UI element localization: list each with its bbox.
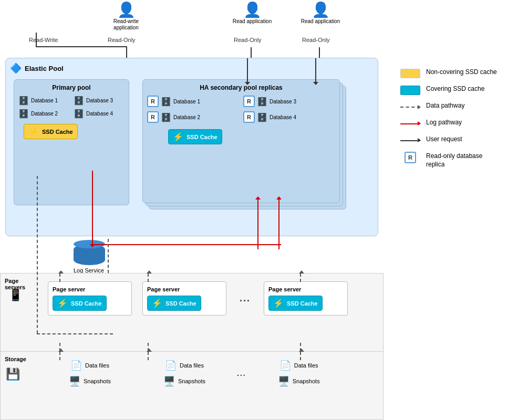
cylinder-shape — [74, 244, 105, 265]
storage-dots: ... — [237, 369, 246, 377]
ha-r1: R — [147, 96, 159, 107]
log-pathway-arrow — [400, 123, 420, 124]
snapshots-3: 🖥️ Snapshots — [278, 375, 320, 387]
legend: Non-covering SSD cache Covering SSD cach… — [392, 63, 518, 180]
legend-symbol-data-pathway — [400, 102, 421, 112]
ps3-ssd: ⚡ SSD Cache — [268, 296, 323, 311]
data-files-icon-1: 📄 — [70, 360, 82, 371]
ps2-title: Page server — [147, 286, 222, 292]
primary-pool-title: Primary pool — [18, 84, 125, 91]
ha-db1: R 🗄️ Database 1 — [147, 96, 239, 107]
data-files-2: 📄 Data files — [165, 360, 204, 371]
snapshots-icon-2: 🖥️ — [163, 375, 175, 387]
storage-col-2: 📄 Data files 🖥️ Snapshots — [142, 360, 226, 387]
legend-label-non-covering: Non-covering SSD cache — [426, 68, 497, 77]
legend-label-log-pathway: Log pathway — [426, 119, 462, 127]
primary-pool: Primary pool 🗄️ Database 1 🗄️ Database 3… — [14, 79, 129, 205]
ha-db4: R 🗄️ Database 4 — [243, 111, 335, 123]
dashed-up-s1 — [59, 352, 60, 360]
ps1-ssd: ⚡ SSD Cache — [53, 296, 107, 311]
elastic-pool-title: 🔷 Elastic Pool — [10, 62, 374, 74]
ha-ssd-cache: ⚡ SSD Cache — [168, 129, 222, 144]
db3-icon: 🗄️ — [74, 96, 84, 106]
legend-item-non-covering: Non-covering SSD cache — [400, 68, 510, 79]
legend-label-readonly: Read-only databasereplica — [426, 152, 482, 169]
dashed-up-s3 — [300, 352, 301, 360]
red-arrow-log-to-ha2 — [278, 200, 279, 249]
page-servers-boxes: Page server ⚡ SSD Cache Page server ⚡ SS… — [48, 281, 348, 316]
db2: 🗄️ Database 2 — [18, 109, 69, 119]
storage-icon: 💾 — [6, 368, 20, 381]
ps1-ssd-label: SSD Cache — [71, 300, 102, 307]
snapshots-icon-3: 🖥️ — [278, 375, 289, 387]
ha-pool-title: HA secondary pool replicas — [147, 84, 335, 91]
data-files-icon-2: 📄 — [165, 360, 177, 371]
ps-dots: ... — [237, 293, 253, 304]
data-files-label-3: Data files — [294, 362, 318, 369]
dashed-up-ps1 — [59, 274, 60, 282]
arrow-r2-into-ha — [315, 58, 316, 82]
read-app1-label: Read application — [231, 18, 273, 25]
storage-items: 📄 Data files 🖥️ Snapshots 📄 Data files 🖥… — [48, 360, 341, 387]
primary-ssd-cache: ⚡ SSD Cache — [24, 124, 78, 139]
dashed-up-ps3 — [300, 274, 301, 282]
elastic-pool: 🔷 Elastic Pool Primary pool 🗄️ Database … — [5, 58, 378, 236]
storage-label: Storage — [5, 356, 26, 362]
page-server-2: Page server ⚡ SSD Cache — [142, 281, 226, 316]
data-files-3: 📄 Data files — [279, 360, 318, 371]
storage-col-3: 📄 Data files 🖥️ Snapshots — [257, 360, 341, 387]
legend-symbol-readonly: R — [400, 152, 421, 163]
ha-db-grid: R 🗄️ Database 1 R 🗄️ Database 3 R 🗄️ Dat… — [147, 96, 335, 125]
read-app2-person: 👤 Read application — [299, 3, 341, 25]
red-arrow-log-to-ha1 — [257, 200, 258, 249]
ha-r4: R — [243, 111, 255, 123]
r-badge-legend: R — [405, 152, 416, 163]
legend-symbol-covering — [400, 85, 421, 96]
db4-icon: 🗄️ — [74, 109, 84, 119]
db4: 🗄️ Database 4 — [74, 109, 125, 119]
data-files-label-2: Data files — [180, 362, 204, 369]
person-icon-rw: 👤 — [105, 3, 147, 17]
lightning-ha: ⚡ — [173, 132, 183, 142]
elastic-pool-icon: 🔷 — [10, 62, 22, 74]
ha-db4-icon: 🗄️ — [257, 112, 267, 122]
ha-db1-icon: 🗄️ — [161, 97, 171, 107]
rw-app-label: Read-writeapplication — [105, 18, 147, 31]
lightning-primary: ⚡ — [28, 127, 39, 136]
db2-label: Database 2 — [31, 111, 58, 117]
covering-ssd-swatch — [400, 86, 420, 95]
data-files-icon-3: 📄 — [279, 360, 291, 371]
legend-label-covering: Covering SSD cache — [426, 85, 484, 93]
dashed-arrow-p1-down — [108, 239, 109, 273]
dashed-bottom-h — [37, 333, 113, 334]
legend-item-log-pathway: Log pathway — [400, 119, 510, 129]
legend-symbol-user-request — [400, 135, 421, 146]
page-servers-icon: 📱 — [8, 288, 23, 302]
storage-section: Storage 💾 📄 Data files 🖥️ Snapshots 📄 Da… — [0, 352, 384, 420]
top-section: Read-Write 👤 Read-writeapplication Read-… — [0, 0, 378, 58]
page-servers-section: Pageservers 📱 Page server ⚡ SSD Cache Pa… — [0, 273, 384, 352]
rw-app-person: 👤 Read-writeapplication — [105, 3, 147, 31]
db1-label: Database 1 — [31, 98, 58, 103]
read-app2-label: Read application — [299, 18, 341, 25]
ha-stack-front: HA secondary pool replicas R 🗄️ Database… — [142, 79, 340, 203]
lightning-ps1: ⚡ — [57, 298, 68, 308]
ps3-ssd-label: SSD Cache — [287, 300, 318, 307]
db4-label: Database 4 — [86, 111, 113, 117]
ha-db4-label: Database 4 — [270, 114, 296, 120]
legend-item-covering: Covering SSD cache — [400, 85, 510, 96]
rw-read-only-label: Read-Only — [108, 37, 136, 43]
red-h-line — [92, 244, 281, 245]
ps3-title: Page server — [268, 286, 343, 292]
db3-label: Database 3 — [86, 98, 113, 103]
snapshots-label-3: Snapshots — [293, 378, 320, 384]
red-arrow-primary-to-log — [92, 171, 93, 244]
read-write-label: Read-Write — [29, 37, 58, 43]
ps2-ssd-label: SSD Cache — [165, 300, 196, 307]
lightning-ps2: ⚡ — [152, 298, 162, 308]
dashed-up-s2 — [148, 352, 149, 360]
legend-symbol-non-covering — [400, 68, 421, 79]
ha-db2-label: Database 2 — [173, 114, 200, 120]
read-app1-readonly-label: Read-Only — [234, 37, 262, 43]
person-icon-r2: 👤 — [299, 3, 341, 17]
